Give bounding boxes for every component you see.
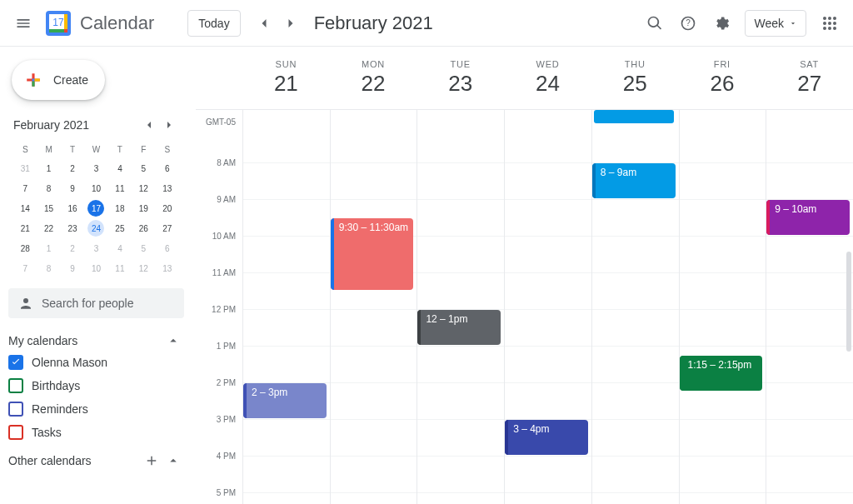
view-selector[interactable]: Week	[745, 10, 806, 37]
event-time-label: 9 – 10am	[775, 203, 845, 215]
mini-day[interactable]: 17	[84, 198, 107, 218]
mini-day[interactable]: 28	[13, 238, 37, 258]
calendar-item[interactable]: Olenna Mason	[8, 355, 184, 370]
mini-day[interactable]: 8	[37, 258, 60, 278]
mini-calendar[interactable]: SMTWTFS311234567891011121314151617181920…	[13, 140, 179, 278]
mini-day[interactable]: 6	[156, 238, 179, 258]
mini-prev-button[interactable]	[139, 115, 159, 135]
mini-day[interactable]: 3	[84, 158, 107, 178]
day-header[interactable]: THU25	[591, 47, 679, 109]
day-header[interactable]: FRI26	[679, 47, 766, 109]
chevron-up-icon[interactable]	[166, 453, 181, 468]
today-button[interactable]: Today	[187, 10, 240, 37]
day-header[interactable]: SAT27	[766, 47, 853, 109]
day-column[interactable]: 8 – 9am	[591, 127, 679, 504]
mini-day[interactable]: 13	[156, 258, 179, 278]
mini-day[interactable]: 24	[84, 218, 107, 238]
mini-day[interactable]: 7	[13, 258, 37, 278]
mini-day[interactable]: 1	[37, 238, 60, 258]
mini-day[interactable]: 23	[61, 218, 84, 238]
allday-cell[interactable]	[766, 110, 853, 127]
calendar-event[interactable]: 9:30 – 11:30am	[331, 218, 414, 290]
day-column[interactable]: 3 – 4pm	[504, 127, 591, 504]
mini-day[interactable]: 21	[13, 218, 37, 238]
mini-day[interactable]: 9	[61, 178, 84, 198]
event-time-label: 3 – 4pm	[513, 423, 583, 435]
scrollbar[interactable]	[846, 252, 851, 352]
mini-day[interactable]: 7	[13, 178, 37, 198]
mini-day[interactable]: 22	[37, 218, 60, 238]
help-button[interactable]: ?	[671, 7, 705, 40]
mini-day[interactable]: 26	[132, 218, 155, 238]
calendar-checkbox[interactable]	[8, 425, 23, 440]
day-column[interactable]: 9 – 10am	[766, 127, 853, 504]
day-header[interactable]: MON22	[330, 47, 417, 109]
mini-day[interactable]: 2	[61, 158, 84, 178]
allday-cell[interactable]	[330, 110, 417, 127]
mini-day[interactable]: 4	[108, 238, 132, 258]
mini-day[interactable]: 31	[13, 158, 37, 178]
allday-cell[interactable]	[417, 110, 504, 127]
mini-day[interactable]: 11	[108, 258, 132, 278]
allday-cell[interactable]	[679, 110, 766, 127]
mini-day[interactable]: 2	[61, 238, 84, 258]
mini-day[interactable]: 15	[37, 198, 60, 218]
mini-day[interactable]: 10	[84, 258, 107, 278]
google-apps-button[interactable]	[813, 7, 846, 40]
settings-button[interactable]	[705, 7, 738, 40]
mini-day[interactable]: 14	[13, 198, 37, 218]
calendar-event[interactable]: 12 – 1pm	[417, 310, 501, 345]
mini-day[interactable]: 5	[132, 238, 155, 258]
search-people-input[interactable]: Search for people	[8, 288, 184, 318]
mini-day[interactable]: 16	[61, 198, 84, 218]
create-button[interactable]: Create	[12, 60, 105, 100]
main-menu-button[interactable]	[7, 7, 40, 40]
calendar-event[interactable]: 8 – 9am	[592, 163, 676, 198]
mini-day[interactable]: 4	[108, 158, 132, 178]
mini-day[interactable]: 10	[84, 178, 107, 198]
add-calendar-button[interactable]	[144, 453, 159, 468]
next-week-button[interactable]	[277, 10, 304, 37]
mini-day[interactable]: 13	[156, 178, 179, 198]
mini-day[interactable]: 9	[61, 258, 84, 278]
mini-day[interactable]: 6	[156, 158, 179, 178]
mini-day[interactable]: 8	[37, 178, 60, 198]
mini-day[interactable]: 3	[84, 238, 107, 258]
allday-cell[interactable]	[591, 110, 679, 127]
calendar-checkbox[interactable]	[8, 378, 23, 393]
mini-day[interactable]: 1	[37, 158, 60, 178]
allday-cell[interactable]	[504, 110, 591, 127]
calendar-item[interactable]: Reminders	[8, 402, 184, 417]
allday-event[interactable]	[594, 110, 674, 123]
prev-week-button[interactable]	[251, 10, 277, 37]
mini-next-button[interactable]	[159, 115, 179, 135]
mini-day[interactable]: 20	[156, 198, 179, 218]
mini-day[interactable]: 12	[132, 178, 155, 198]
calendar-item[interactable]: Tasks	[8, 425, 184, 440]
day-header[interactable]: SUN21	[242, 47, 330, 109]
mini-day[interactable]: 25	[108, 218, 132, 238]
allday-cell[interactable]	[242, 110, 330, 127]
calendar-checkbox[interactable]	[8, 355, 23, 370]
day-header[interactable]: TUE23	[417, 47, 504, 109]
chevron-up-icon[interactable]	[166, 333, 181, 348]
day-column[interactable]: 9:30 – 11:30am	[330, 127, 417, 504]
mini-day[interactable]: 5	[132, 158, 155, 178]
mini-day[interactable]: 18	[108, 198, 132, 218]
calendar-item[interactable]: Birthdays	[8, 378, 184, 393]
calendar-event[interactable]: 9 – 10am	[766, 200, 850, 235]
day-column[interactable]: 1:15 – 2:15pm	[679, 127, 766, 504]
svg-text:?: ?	[686, 18, 691, 27]
mini-day[interactable]: 11	[108, 178, 132, 198]
mini-day[interactable]: 27	[156, 218, 179, 238]
calendar-event[interactable]: 1:15 – 2:15pm	[680, 356, 763, 391]
mini-day[interactable]: 12	[132, 258, 155, 278]
day-column[interactable]: 12 – 1pm	[417, 127, 504, 504]
calendar-checkbox[interactable]	[8, 402, 23, 417]
mini-day[interactable]: 19	[132, 198, 155, 218]
day-header[interactable]: WED24	[504, 47, 591, 109]
day-column[interactable]: 2 – 3pm	[242, 127, 330, 504]
search-button[interactable]	[638, 7, 671, 40]
calendar-event[interactable]: 3 – 4pm	[505, 420, 588, 455]
calendar-event[interactable]: 2 – 3pm	[243, 383, 327, 418]
